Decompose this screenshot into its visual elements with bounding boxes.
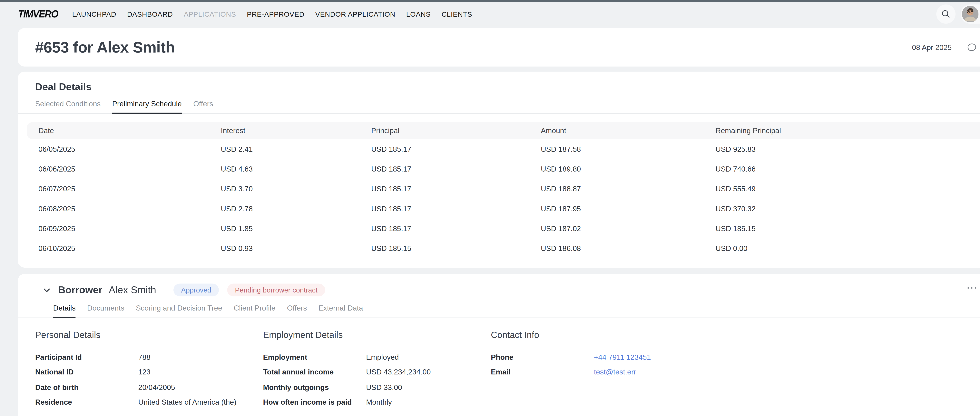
field-value: 123 bbox=[138, 368, 263, 376]
status-badge-pending-contract: Pending borrower contract bbox=[227, 284, 325, 296]
nav-item-clients[interactable]: CLIENTS bbox=[442, 10, 472, 18]
borrower-section-label: Borrower bbox=[58, 284, 102, 296]
top-nav: TIMVERO LAUNCHPAD DASHBOARD APPLICATIONS… bbox=[0, 2, 980, 26]
table-row: 06/09/2025 USD 1.85 USD 185.17 USD 187.0… bbox=[27, 218, 980, 238]
cell-principal: USD 185.15 bbox=[360, 244, 529, 252]
borrower-tabs: Details Documents Scoring and Decision T… bbox=[18, 304, 980, 318]
nav-item-vendor-application[interactable]: VENDOR APPLICATION bbox=[315, 10, 395, 18]
nav-item-launchpad[interactable]: LAUNCHPAD bbox=[72, 10, 116, 18]
borrower-detail-panels: Personal Details Participant Id 788 Nati… bbox=[18, 318, 980, 410]
field-label: Monthly outgoings bbox=[263, 383, 366, 391]
contact-info-title: Contact Info bbox=[491, 330, 978, 340]
borrower-badges: Approved Pending borrower contract bbox=[173, 284, 325, 296]
tab-preliminary-schedule[interactable]: Preliminary Schedule bbox=[112, 100, 182, 114]
tab-client-profile[interactable]: Client Profile bbox=[234, 304, 275, 318]
page-header-right: 08 Apr 2025 bbox=[912, 42, 977, 53]
user-menu[interactable] bbox=[961, 4, 980, 23]
deal-details-title: Deal Details bbox=[18, 81, 980, 93]
borrower-header: Borrower Alex Smith Approved Pending bor… bbox=[18, 284, 980, 296]
window-top-strip bbox=[0, 0, 980, 2]
cell-date: 06/09/2025 bbox=[27, 224, 209, 232]
page-title: #653 for Alex Smith bbox=[35, 38, 175, 56]
personal-details-panel: Personal Details Participant Id 788 Nati… bbox=[35, 330, 263, 410]
cell-principal: USD 185.17 bbox=[360, 204, 529, 212]
deal-tabs: Selected Conditions Preliminary Schedule… bbox=[18, 100, 980, 114]
field-phone: Phone +44 7911 123451 bbox=[491, 349, 978, 365]
field-email: Email test@test.err bbox=[491, 365, 978, 380]
more-options-button[interactable]: ⋯ bbox=[966, 285, 978, 295]
field-date-of-birth: Date of birth 20/04/2005 bbox=[35, 379, 263, 395]
field-label: Phone bbox=[491, 353, 594, 361]
tab-selected-conditions[interactable]: Selected Conditions bbox=[35, 100, 101, 114]
employment-details-panel: Employment Details Employment Employed T… bbox=[263, 330, 491, 410]
tab-borrower-offers[interactable]: Offers bbox=[287, 304, 307, 318]
status-badge-approved: Approved bbox=[173, 284, 219, 296]
personal-details-title: Personal Details bbox=[35, 330, 263, 340]
cell-interest: USD 2.78 bbox=[209, 204, 360, 212]
cell-principal: USD 185.17 bbox=[360, 145, 529, 153]
field-value: 788 bbox=[138, 353, 263, 361]
cell-interest: USD 2.41 bbox=[209, 145, 360, 153]
field-participant-id: Participant Id 788 bbox=[35, 349, 263, 365]
application-page: TIMVERO LAUNCHPAD DASHBOARD APPLICATIONS… bbox=[0, 0, 980, 416]
nav-item-loans[interactable]: LOANS bbox=[406, 10, 431, 18]
table-row: 06/06/2025 USD 4.63 USD 185.17 USD 189.8… bbox=[27, 159, 980, 179]
collapse-section-button[interactable] bbox=[43, 288, 50, 292]
cell-interest: USD 0.93 bbox=[209, 244, 360, 252]
field-value: USD 33.00 bbox=[366, 383, 491, 391]
nav-item-pre-approved[interactable]: PRE-APPROVED bbox=[247, 10, 304, 18]
contact-info-panel: Contact Info Phone +44 7911 123451 Email… bbox=[491, 330, 978, 410]
cell-date: 06/06/2025 bbox=[27, 165, 209, 172]
field-label: Date of birth bbox=[35, 383, 138, 391]
cell-remaining: USD 370.32 bbox=[704, 204, 980, 212]
cell-remaining: USD 555.49 bbox=[704, 185, 980, 192]
nav-item-applications[interactable]: APPLICATIONS bbox=[184, 10, 236, 18]
application-date: 08 Apr 2025 bbox=[912, 43, 952, 51]
cell-principal: USD 185.17 bbox=[360, 224, 529, 232]
tab-external-data[interactable]: External Data bbox=[318, 304, 363, 318]
tab-documents[interactable]: Documents bbox=[87, 304, 124, 318]
col-header-amount: Amount bbox=[529, 127, 704, 134]
cell-date: 06/10/2025 bbox=[27, 244, 209, 252]
cell-remaining: USD 740.66 bbox=[704, 165, 980, 172]
ellipsis-icon: ⋯ bbox=[966, 282, 978, 294]
tab-scoring-and-decision-tree[interactable]: Scoring and Decision Tree bbox=[136, 304, 222, 318]
field-value: 20/04/2005 bbox=[138, 383, 263, 391]
col-header-interest: Interest bbox=[209, 127, 360, 134]
borrower-card: Borrower Alex Smith Approved Pending bor… bbox=[18, 274, 980, 416]
col-header-date: Date bbox=[27, 127, 209, 134]
timvero-logo[interactable]: TIMVERO bbox=[18, 8, 58, 19]
cell-interest: USD 1.85 bbox=[209, 224, 360, 232]
field-value: USD 43,234,234.00 bbox=[366, 368, 491, 376]
deal-details-card: Deal Details Selected Conditions Prelimi… bbox=[18, 72, 980, 268]
cell-amount: USD 187.95 bbox=[529, 204, 704, 212]
schedule-table-header: Date Interest Principal Amount Remaining… bbox=[27, 122, 980, 139]
tab-offers[interactable]: Offers bbox=[193, 100, 213, 114]
field-value: Employed bbox=[366, 353, 491, 361]
cell-interest: USD 3.70 bbox=[209, 185, 360, 192]
field-label: Email bbox=[491, 368, 594, 376]
field-monthly-outgoings: Monthly outgoings USD 33.00 bbox=[263, 379, 491, 395]
nav-right bbox=[936, 4, 980, 23]
field-national-id: National ID 123 bbox=[35, 365, 263, 380]
search-icon bbox=[941, 9, 951, 19]
nav-item-dashboard[interactable]: DASHBOARD bbox=[127, 10, 173, 18]
email-link[interactable]: test@test.err bbox=[594, 368, 636, 376]
chevron-down-icon bbox=[43, 288, 50, 292]
tab-details[interactable]: Details bbox=[53, 304, 76, 318]
field-employment: Employment Employed bbox=[263, 349, 491, 365]
field-residence: Residence United States of America (the) bbox=[35, 395, 263, 410]
phone-link[interactable]: +44 7911 123451 bbox=[594, 353, 651, 361]
cell-remaining: USD 185.15 bbox=[704, 224, 980, 232]
cell-date: 06/05/2025 bbox=[27, 145, 209, 153]
table-row: 06/05/2025 USD 2.41 USD 185.17 USD 187.5… bbox=[27, 139, 980, 159]
cell-interest: USD 4.63 bbox=[209, 165, 360, 172]
comment-bubble-icon bbox=[966, 42, 977, 53]
search-button[interactable] bbox=[936, 4, 956, 23]
cell-remaining: USD 925.83 bbox=[704, 145, 980, 153]
field-label: Total annual income bbox=[263, 368, 366, 376]
cell-amount: USD 188.87 bbox=[529, 185, 704, 192]
cell-amount: USD 189.80 bbox=[529, 165, 704, 172]
field-label: Residence bbox=[35, 398, 138, 406]
comments-button[interactable] bbox=[966, 42, 977, 53]
